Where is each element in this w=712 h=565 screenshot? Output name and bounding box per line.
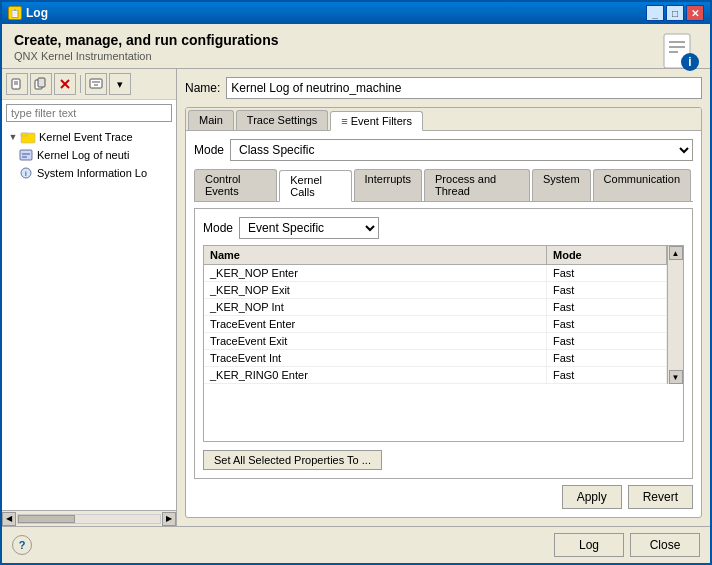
scroll-thumb[interactable]: [18, 515, 75, 523]
event-panel: Mode Event Specific Name Mode: [194, 208, 693, 479]
bottom-bar: Log Close: [2, 526, 710, 563]
table-row[interactable]: _KER_RING0 Enter Fast: [204, 367, 667, 384]
filter-tab-icon: ≡: [341, 115, 347, 127]
window-title: Log: [26, 6, 48, 20]
scroll-track: [17, 514, 161, 524]
header-doc-icon: i: [658, 30, 702, 74]
dropdown-button[interactable]: ▾: [109, 73, 131, 95]
cell-mode-1: Fast: [547, 282, 667, 298]
svg-text:i: i: [688, 55, 691, 69]
tab-communication[interactable]: Communication: [593, 169, 691, 201]
config-icon-2: i: [18, 166, 34, 180]
tree-label-system-info: System Information Lo: [37, 167, 147, 179]
scroll-down-btn[interactable]: ▼: [669, 370, 683, 384]
cell-name-6: _KER_RING0 Enter: [204, 367, 547, 383]
table-row[interactable]: _KER_NOP Enter Fast: [204, 265, 667, 282]
duplicate-button[interactable]: [30, 73, 52, 95]
set-all-properties-button[interactable]: Set All Selected Properties To ...: [203, 450, 382, 470]
tabs-container: Main Trace Settings ≡Event Filters Mode …: [185, 107, 702, 518]
table-row[interactable]: TraceEvent Enter Fast: [204, 316, 667, 333]
apply-button[interactable]: Apply: [562, 485, 622, 509]
cell-mode-4: Fast: [547, 333, 667, 349]
cell-mode-6: Fast: [547, 367, 667, 383]
tree-item-kernel-event-trace[interactable]: ▼ Kernel Event Trace: [4, 128, 174, 146]
tab-trace-settings[interactable]: Trace Settings: [236, 110, 329, 130]
folder-icon: [20, 130, 36, 144]
svg-rect-13: [90, 79, 102, 88]
inner-content: Mode Class Specific Control Events Kerne…: [186, 131, 701, 517]
inner-tabs: Control Events Kernel Calls Interrupts P…: [194, 169, 693, 202]
titlebar: 📋 Log _ □ ✕: [2, 2, 710, 24]
tree-area: ▼ Kernel Event Trace Kernel Log of neuti…: [2, 126, 176, 510]
event-mode-select[interactable]: Event Specific: [239, 217, 379, 239]
header-subtitle: QNX Kernel Instrumentation: [14, 50, 698, 62]
tree-expand-icon: ▼: [6, 130, 20, 144]
main-tabs: Main Trace Settings ≡Event Filters: [186, 108, 701, 131]
right-panel: Name: Main Trace Settings ≡Event Filters: [177, 69, 710, 526]
cell-name-3: TraceEvent Enter: [204, 316, 547, 332]
col-header-name: Name: [204, 246, 547, 264]
minimize-button[interactable]: _: [646, 5, 664, 21]
table-scroll[interactable]: _KER_NOP Enter Fast _KER_NOP Exit Fast: [204, 265, 667, 384]
toolbar: ▾: [2, 69, 176, 100]
close-button[interactable]: ✕: [686, 5, 704, 21]
event-mode-row: Mode Event Specific: [203, 217, 684, 239]
col-header-mode: Mode: [547, 246, 667, 264]
table-row[interactable]: TraceEvent Exit Fast: [204, 333, 667, 350]
tree-item-system-info[interactable]: i System Information Lo: [4, 164, 174, 182]
tree-item-kernel-log[interactable]: Kernel Log of neuti: [4, 146, 174, 164]
table-row[interactable]: _KER_NOP Exit Fast: [204, 282, 667, 299]
name-row: Name:: [185, 77, 702, 99]
titlebar-left: 📋 Log: [8, 6, 48, 20]
tab-control-events[interactable]: Control Events: [194, 169, 277, 201]
left-panel: ▾ ▼ Kernel Event Trace Kernel Log of neu…: [2, 69, 177, 526]
scroll-right-btn[interactable]: ▶: [162, 512, 176, 526]
new-button[interactable]: [6, 73, 28, 95]
event-mode-label: Mode: [203, 221, 233, 235]
titlebar-controls: _ □ ✕: [646, 5, 704, 21]
delete-button[interactable]: [54, 73, 76, 95]
name-input[interactable]: [226, 77, 702, 99]
mode-label: Mode: [194, 143, 224, 157]
tree-label-kernel-log: Kernel Log of neuti: [37, 149, 129, 161]
tab-event-filters[interactable]: ≡Event Filters: [330, 111, 423, 131]
table-scrollbar[interactable]: ▲ ▼: [667, 246, 683, 384]
cell-name-5: TraceEvent Int: [204, 350, 547, 366]
filter-button[interactable]: [85, 73, 107, 95]
content-area: ▾ ▼ Kernel Event Trace Kernel Log of neu…: [2, 69, 710, 526]
svg-rect-18: [20, 150, 32, 160]
cell-name-4: TraceEvent Exit: [204, 333, 547, 349]
tab-interrupts[interactable]: Interrupts: [354, 169, 422, 201]
events-table: Name Mode _KER_NOP Enter Fast: [203, 245, 684, 442]
tree-label-kernel-event-trace: Kernel Event Trace: [39, 131, 133, 143]
tab-process-thread[interactable]: Process and Thread: [424, 169, 530, 201]
scroll-track-v: [669, 260, 683, 370]
table-row[interactable]: TraceEvent Int Fast: [204, 350, 667, 367]
toolbar-separator: [80, 75, 81, 93]
cell-name-1: _KER_NOP Exit: [204, 282, 547, 298]
scroll-up-btn[interactable]: ▲: [669, 246, 683, 260]
header-title: Create, manage, and run configurations: [14, 32, 698, 48]
cell-name-0: _KER_NOP Enter: [204, 265, 547, 281]
cell-mode-2: Fast: [547, 299, 667, 315]
cell-mode-5: Fast: [547, 350, 667, 366]
window: 📋 Log _ □ ✕ Create, manage, and run conf…: [0, 0, 712, 565]
horizontal-scrollbar[interactable]: ◀ ▶: [2, 510, 176, 526]
svg-rect-10: [38, 78, 45, 87]
mode-select[interactable]: Class Specific: [230, 139, 693, 161]
filter-input[interactable]: [6, 104, 172, 122]
tab-kernel-calls[interactable]: Kernel Calls: [279, 170, 351, 202]
table-header: Name Mode: [204, 246, 667, 265]
mode-row: Mode Class Specific: [194, 139, 693, 161]
maximize-button[interactable]: □: [666, 5, 684, 21]
table-row[interactable]: _KER_NOP Int Fast: [204, 299, 667, 316]
config-icon-1: [18, 148, 34, 162]
tab-system[interactable]: System: [532, 169, 591, 201]
log-button[interactable]: Log: [554, 533, 624, 557]
revert-button[interactable]: Revert: [628, 485, 693, 509]
tab-main[interactable]: Main: [188, 110, 234, 130]
cell-mode-0: Fast: [547, 265, 667, 281]
help-button[interactable]: ?: [12, 535, 32, 555]
close-bottom-button[interactable]: Close: [630, 533, 700, 557]
scroll-left-btn[interactable]: ◀: [2, 512, 16, 526]
